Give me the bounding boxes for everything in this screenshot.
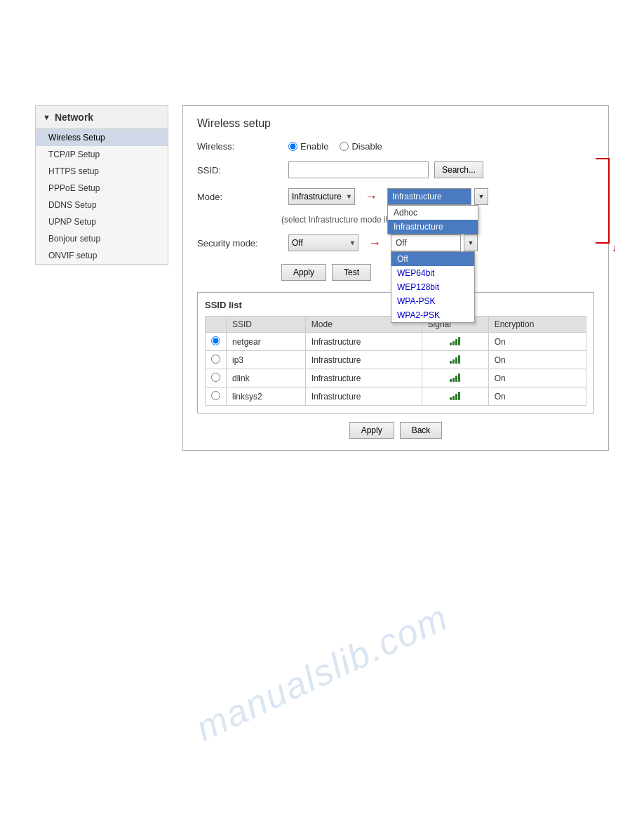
- row-ssid: linksys2: [227, 388, 306, 406]
- table-row: ip3InfrastructureOn: [206, 351, 586, 369]
- sidebar-item-label: PPPoE Setup: [48, 183, 100, 193]
- signal-bars-icon: [450, 354, 460, 364]
- security-dropdown-selected[interactable]: Off: [391, 234, 461, 251]
- mode-row: Mode: Infrastructure Adhoc ▼ → Infrastru…: [197, 188, 594, 205]
- wireless-radio-group: Enable Disable: [288, 141, 382, 152]
- sidebar: ▼ Network Wireless Setup TCP/IP Setup HT…: [35, 105, 168, 265]
- bottom-apply-button[interactable]: Apply: [349, 422, 394, 439]
- signal-bars-icon: [450, 336, 460, 345]
- enable-radio-item[interactable]: Enable: [288, 141, 328, 152]
- sidebar-item-tcpip-setup[interactable]: TCP/IP Setup: [36, 146, 168, 163]
- security-dropdown-container: Off ▼ Off WEP64bit WEP128bit WPA-PSK WPA…: [391, 234, 478, 251]
- row-ssid: ip3: [227, 351, 306, 369]
- disable-radio[interactable]: [340, 142, 349, 151]
- bracket-arrow-down: ↓: [612, 242, 617, 253]
- bottom-back-button[interactable]: Back: [400, 422, 443, 439]
- row-signal: [422, 333, 488, 351]
- disable-radio-item[interactable]: Disable: [340, 141, 382, 152]
- row-signal: [422, 388, 488, 406]
- sidebar-item-label: ONVIF setup: [48, 251, 97, 260]
- security-row: Security mode: Off WEP64bit WEP128bit WP…: [197, 234, 594, 251]
- row-encryption: On: [488, 333, 586, 351]
- security-option-wpapsk[interactable]: WPA-PSK: [391, 294, 474, 308]
- security-option-off[interactable]: Off: [391, 252, 474, 266]
- row-radio-cell: [206, 369, 227, 388]
- wireless-label: Wireless:: [197, 141, 281, 152]
- mode-option-adhoc[interactable]: Adhoc: [388, 206, 478, 220]
- row-radio-cell: [206, 351, 227, 369]
- enable-radio[interactable]: [288, 142, 297, 151]
- mode-dropdown-arrow-btn[interactable]: ▼: [474, 188, 488, 205]
- mode-arrow-icon: →: [365, 190, 377, 204]
- sidebar-item-label: HTTPS setup: [48, 166, 99, 176]
- security-select[interactable]: Off WEP64bit WEP128bit WPA-PSK WPA2-PSK: [288, 234, 358, 251]
- sidebar-item-onvif-setup[interactable]: ONVIF setup: [36, 247, 168, 264]
- sidebar-item-wireless-setup[interactable]: Wireless Setup: [36, 129, 168, 146]
- mode-select[interactable]: Infrastructure Adhoc: [288, 188, 355, 205]
- bracket-line-bottom: [596, 242, 610, 244]
- disable-label: Disable: [351, 141, 382, 152]
- table-header-encryption: Encryption: [488, 317, 586, 333]
- wireless-row: Wireless: Enable Disable: [197, 141, 594, 152]
- ssid-table: SSID Mode Signal Encryption netgearInfra…: [205, 316, 586, 406]
- signal-bars-icon: [450, 390, 460, 400]
- sidebar-item-label: Wireless Setup: [48, 133, 105, 143]
- ssid-row-radio[interactable]: [211, 373, 220, 382]
- sidebar-item-pppoe-setup[interactable]: PPPoE Setup: [36, 180, 168, 197]
- row-encryption: On: [488, 369, 586, 388]
- row-radio-cell: [206, 333, 227, 351]
- table-header-select: [206, 317, 227, 333]
- mode-label: Mode:: [197, 192, 281, 202]
- table-row: dlinkInfrastructureOn: [206, 369, 586, 388]
- row-signal: [422, 369, 488, 388]
- mode-dropdown-popup: Adhoc Infrastructure: [387, 205, 478, 234]
- search-button[interactable]: Search...: [434, 161, 483, 178]
- security-dropdown-popup: Off WEP64bit WEP128bit WPA-PSK WPA2-PSK: [391, 251, 475, 323]
- ssid-row-radio[interactable]: [211, 336, 220, 345]
- row-signal: [422, 351, 488, 369]
- security-option-wpa2psk[interactable]: WPA2-PSK: [391, 308, 474, 322]
- bracket-line-top: [596, 158, 610, 159]
- ssid-input[interactable]: [288, 161, 429, 178]
- mode-display: Infrastructure ▼: [387, 188, 488, 205]
- signal-bars-icon: [450, 372, 460, 382]
- enable-label: Enable: [300, 141, 328, 152]
- mode-dropdown-container: Infrastructure ▼ Adhoc Infrastructure: [387, 188, 488, 205]
- bracket-line-vertical: [608, 158, 610, 242]
- ssid-input-row: Search...: [288, 161, 483, 178]
- table-header-ssid: SSID: [227, 317, 306, 333]
- sidebar-item-label: Bonjour setup: [48, 234, 100, 244]
- security-dropdown-value: Off: [396, 238, 407, 248]
- security-option-wep64[interactable]: WEP64bit: [391, 266, 474, 280]
- row-mode: Infrastructure: [305, 369, 422, 388]
- sidebar-item-label: DDNS Setup: [48, 200, 97, 210]
- security-label: Security mode:: [197, 238, 281, 249]
- sidebar-item-bonjour-setup[interactable]: Bonjour setup: [36, 230, 168, 247]
- ssid-row-radio[interactable]: [211, 391, 220, 400]
- mode-dropdown-selected[interactable]: Infrastructure: [387, 188, 471, 205]
- ssid-label: SSID:: [197, 165, 281, 176]
- form-section: Wireless: Enable Disable SSID:: [197, 141, 594, 281]
- security-dropdown-arrow-btn[interactable]: ▼: [464, 234, 478, 251]
- table-row: linksys2InfrastructureOn: [206, 388, 586, 406]
- sidebar-collapse-icon: ▼: [43, 113, 51, 121]
- sidebar-item-label: TCP/IP Setup: [48, 150, 100, 159]
- bottom-button-row: Apply Back: [197, 422, 594, 439]
- apply-button[interactable]: Apply: [281, 264, 326, 281]
- ssid-row-radio[interactable]: [211, 355, 220, 364]
- sidebar-item-ddns-setup[interactable]: DDNS Setup: [36, 197, 168, 213]
- mode-dropdown-value: Infrastructure: [392, 192, 442, 201]
- sidebar-header[interactable]: ▼ Network: [36, 106, 168, 129]
- sidebar-item-label: UPNP Setup: [48, 217, 96, 227]
- test-button[interactable]: Test: [332, 264, 371, 281]
- row-mode: Infrastructure: [305, 388, 422, 406]
- mode-option-infrastructure[interactable]: Infrastructure: [388, 220, 478, 234]
- row-ssid: netgear: [227, 333, 306, 351]
- ssid-row: SSID: Search...: [197, 161, 594, 178]
- security-option-wep128[interactable]: WEP128bit: [391, 280, 474, 294]
- security-select-wrapper: Off WEP64bit WEP128bit WPA-PSK WPA2-PSK …: [288, 234, 358, 251]
- sidebar-item-https-setup[interactable]: HTTPS setup: [36, 163, 168, 180]
- security-arrow-icon: →: [368, 236, 381, 251]
- sidebar-item-upnp-setup[interactable]: UPNP Setup: [36, 213, 168, 230]
- page-title: Wireless setup: [197, 117, 594, 130]
